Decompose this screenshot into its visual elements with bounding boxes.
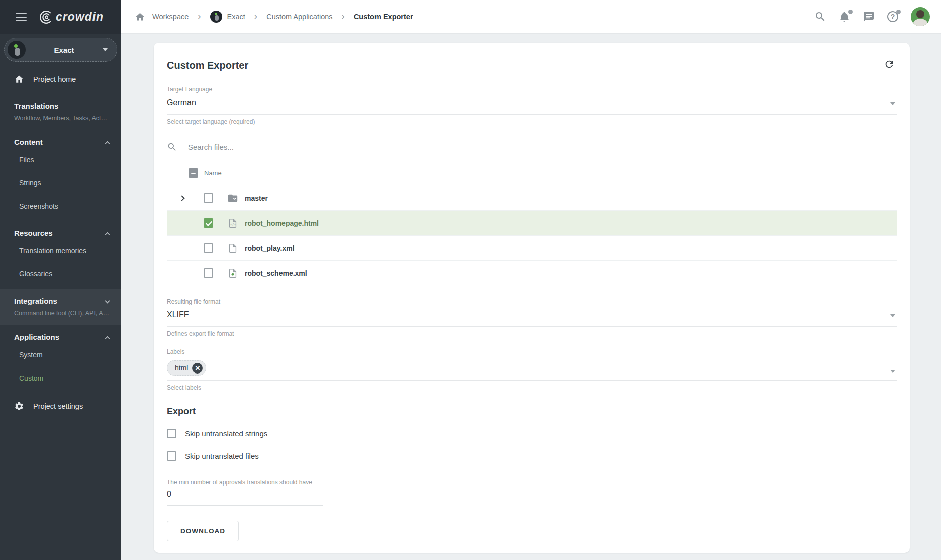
section-title: Integrations	[14, 297, 57, 305]
search-icon[interactable]	[814, 11, 826, 23]
row-checkbox[interactable]	[204, 268, 213, 278]
topbar-left: crowdin	[0, 0, 121, 34]
menu-icon[interactable]	[16, 13, 27, 21]
label-chip-html: html ✕	[167, 360, 206, 376]
file-format-label: Resulting file format	[167, 298, 897, 305]
sidebar-item-label: Project settings	[33, 402, 83, 410]
topbar-icons: ?	[814, 7, 930, 26]
home-icon[interactable]	[135, 12, 145, 22]
chevron-down-icon	[890, 370, 895, 373]
gear-icon	[14, 401, 24, 411]
skip-untranslated-files-checkbox[interactable]	[167, 451, 176, 461]
chevron-right-icon: ›	[252, 11, 259, 22]
custom-exporter-card: Custom Exporter Target Language German S…	[154, 43, 910, 553]
search-files-input[interactable]	[188, 143, 490, 151]
section-header-applications[interactable]: Applications	[14, 333, 109, 341]
sidebar-item-project-home[interactable]: Project home	[0, 66, 121, 92]
chevron-up-icon	[105, 336, 110, 341]
file-search	[167, 135, 897, 158]
chevron-down-icon	[890, 314, 895, 317]
sidebar-item-system[interactable]: System	[14, 343, 109, 366]
project-selector[interactable]: Exact	[4, 38, 117, 62]
breadcrumb-custom-applications[interactable]: Custom Applications	[266, 13, 332, 21]
sidebar-item-label: Project home	[33, 75, 76, 83]
table-row-robot-scheme[interactable]: robot_scheme.xml	[167, 261, 897, 286]
sidebar-section-translations[interactable]: Translations Workflow, Members, Tasks, A…	[0, 94, 121, 130]
table-row-master[interactable]: master	[167, 185, 897, 211]
chevron-right-icon: ›	[196, 11, 203, 22]
sidebar-item-strings[interactable]: Strings	[14, 171, 109, 195]
target-language-label: Target Language	[167, 86, 897, 93]
chevron-down-icon	[105, 299, 110, 304]
file-name: robot_homepage.html	[245, 219, 319, 227]
section-header-resources[interactable]: Resources	[14, 229, 109, 237]
sidebar-item-files[interactable]: Files	[14, 148, 109, 171]
section-title: Applications	[14, 333, 59, 341]
breadcrumb: Workspace › Exact › Custom Applications …	[135, 11, 413, 23]
sidebar-item-translation-memories[interactable]: Translation memories	[14, 239, 109, 262]
labels-helper: Select labels	[167, 384, 897, 391]
target-language-select[interactable]: German	[167, 98, 897, 115]
section-subtitle: Workflow, Members, Tasks, Act…	[14, 115, 109, 122]
sidebar-item-glossaries[interactable]: Glossaries	[14, 262, 109, 286]
notifications-badge	[848, 10, 853, 14]
refresh-icon[interactable]	[884, 59, 897, 72]
checkbox-label: Skip untranslated strings	[185, 429, 267, 438]
help-icon[interactable]: ?	[887, 11, 899, 23]
section-title: Translations	[14, 102, 58, 110]
sidebar-item-project-settings[interactable]: Project settings	[0, 393, 121, 419]
breadcrumb-project-label: Exact	[227, 13, 245, 21]
project-name: Exact	[26, 46, 103, 54]
file-format-helper: Defines export file format	[167, 330, 897, 337]
messages-chat-icon[interactable]	[863, 11, 875, 23]
crowdin-logo-text: crowdin	[56, 10, 104, 24]
breadcrumb-project[interactable]: Exact	[210, 11, 245, 23]
crowdin-logo[interactable]: crowdin	[38, 10, 104, 25]
topbar-right: Workspace › Exact › Custom Applications …	[121, 0, 941, 34]
user-avatar[interactable]	[911, 7, 930, 26]
skip-untranslated-strings-checkbox[interactable]	[167, 429, 176, 438]
chevron-down-icon	[890, 102, 895, 105]
skip-untranslated-files-option: Skip untranslated files	[167, 450, 897, 462]
page-title: Custom Exporter	[167, 60, 248, 71]
android-xml-file-icon	[227, 268, 238, 279]
expand-chevron-icon[interactable]	[179, 195, 184, 201]
files-table-header: Name	[167, 161, 897, 185]
section-title: Content	[14, 138, 43, 146]
project-avatar	[210, 11, 222, 23]
section-header-content[interactable]: Content	[14, 138, 109, 146]
row-checkbox[interactable]	[204, 193, 213, 203]
row-checkbox[interactable]	[204, 243, 213, 253]
checkbox-label: Skip untranslated files	[185, 452, 259, 460]
sidebar-section-content: Content Files Strings Screenshots	[0, 130, 121, 221]
file-name: master	[245, 194, 268, 202]
file-name: robot_play.xml	[245, 244, 295, 252]
crowdin-logo-icon	[38, 10, 53, 25]
approvals-input[interactable]: 0	[167, 490, 323, 506]
home-icon	[14, 74, 24, 84]
notifications-bell-icon[interactable]	[838, 11, 851, 23]
xml-file-icon	[227, 243, 238, 254]
chevron-up-icon	[105, 232, 110, 237]
name-column-header: Name	[204, 169, 222, 177]
chip-text: html	[175, 364, 188, 372]
help-badge	[896, 10, 901, 14]
target-language-value: German	[167, 98, 897, 107]
topbar: crowdin Workspace › Exact › Custom Appli…	[0, 0, 941, 34]
sidebar-item-custom[interactable]: Custom	[14, 366, 109, 390]
sidebar-section-integrations[interactable]: Integrations Command line tool (CLI), AP…	[0, 289, 121, 325]
main-content: Custom Exporter Target Language German S…	[121, 34, 941, 560]
sidebar-item-screenshots[interactable]: Screenshots	[14, 195, 109, 218]
labels-label: Labels	[167, 348, 897, 355]
remove-chip-icon[interactable]: ✕	[192, 363, 203, 374]
table-row-robot-play[interactable]: robot_play.xml	[167, 236, 897, 261]
labels-select[interactable]: html ✕	[167, 360, 897, 381]
select-all-checkbox[interactable]	[189, 168, 198, 178]
breadcrumb-workspace[interactable]: Workspace	[152, 13, 189, 21]
download-button[interactable]: DOWNLOAD	[167, 521, 239, 541]
row-checkbox-checked[interactable]	[204, 218, 213, 228]
table-row-robot-homepage[interactable]: </> robot_homepage.html	[167, 211, 897, 236]
branch-folder-icon	[227, 193, 238, 204]
file-format-select[interactable]: XLIFF	[167, 310, 897, 327]
html-file-icon: </>	[227, 218, 238, 229]
